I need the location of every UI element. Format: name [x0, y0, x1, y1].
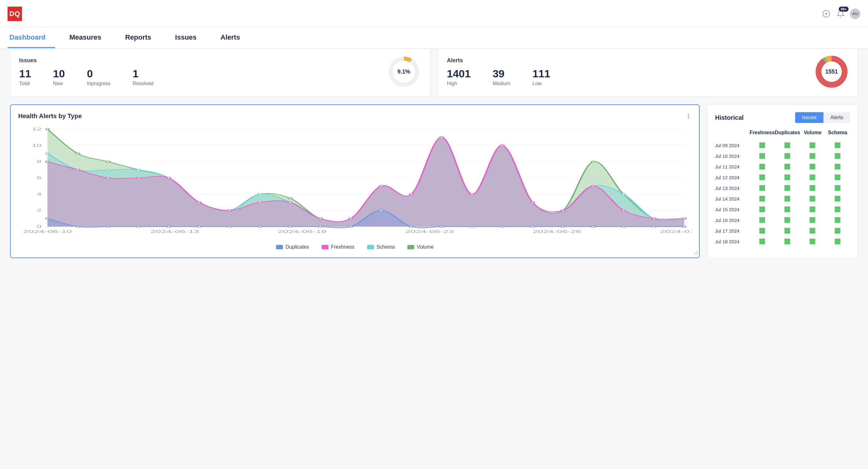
tab-issues[interactable]: Issues: [173, 28, 206, 48]
svg-point-81: [228, 210, 231, 211]
legend-swatch: [321, 245, 329, 249]
hist-date: Jul 18 2024: [715, 239, 750, 244]
svg-point-116: [622, 226, 626, 228]
svg-text:0: 0: [37, 225, 42, 229]
add-button[interactable]: [821, 8, 832, 19]
legend-freshness[interactable]: Freshness: [321, 244, 354, 250]
svg-point-49: [591, 161, 595, 163]
hist-cell: [800, 239, 825, 244]
svg-point-110: [440, 226, 443, 228]
svg-point-75: [45, 161, 49, 163]
svg-point-96: [682, 218, 686, 219]
svg-point-85: [349, 218, 353, 219]
status-square-icon: [784, 174, 790, 180]
app-header: DQ 99+ AU: [0, 0, 868, 28]
historical-card: Historical IssuesAlerts FreshnessDuplica…: [707, 105, 858, 258]
svg-point-103: [228, 226, 231, 228]
hist-cell: [750, 239, 775, 244]
hist-cell: [750, 217, 775, 223]
stat-low: 111Low: [533, 68, 551, 86]
legend-duplicates[interactable]: Duplicates: [276, 244, 309, 250]
svg-point-112: [501, 226, 504, 228]
hist-date: Jul 09 2024: [715, 143, 750, 148]
stat-value: 1401: [447, 68, 471, 79]
status-square-icon: [835, 142, 840, 148]
status-square-icon: [810, 228, 815, 234]
chart-legend: DuplicatesFreshnessSchemaVolume: [18, 244, 691, 250]
user-avatar[interactable]: AU: [850, 8, 861, 19]
svg-point-101: [167, 226, 171, 228]
alerts-title: Alerts: [447, 57, 814, 64]
hist-cell: [775, 174, 800, 180]
hist-row: Jul 18 2024: [715, 236, 850, 247]
legend-swatch: [276, 245, 283, 249]
svg-point-10: [688, 118, 689, 118]
hist-date: Jul 17 2024: [715, 228, 750, 234]
svg-text:2024-06-19: 2024-06-19: [278, 229, 327, 234]
toggle-alerts[interactable]: Alerts: [824, 112, 850, 123]
legend-label: Volume: [417, 244, 433, 250]
svg-text:8: 8: [37, 160, 42, 164]
hist-cell: [825, 207, 850, 212]
plus-circle-icon: [822, 10, 830, 18]
hist-row: Jul 14 2024: [715, 193, 850, 204]
svg-text:10: 10: [32, 143, 41, 147]
status-square-icon: [810, 185, 815, 191]
status-square-icon: [810, 239, 815, 244]
svg-text:2024-06-23: 2024-06-23: [405, 229, 454, 234]
hist-cell: [775, 228, 800, 234]
hist-date: Jul 15 2024: [715, 207, 750, 212]
issues-donut-value: 9.1%: [386, 54, 421, 89]
hist-cell: [800, 207, 825, 212]
svg-text:4: 4: [37, 192, 42, 196]
tab-reports[interactable]: Reports: [123, 28, 160, 48]
status-square-icon: [760, 228, 765, 234]
issues-donut: 9.1%: [386, 54, 421, 89]
notifications-button[interactable]: 99+: [835, 8, 846, 19]
svg-point-80: [197, 202, 201, 203]
hist-cell: [750, 174, 775, 180]
stat-label: New: [53, 81, 65, 86]
svg-point-87: [409, 193, 413, 195]
status-square-icon: [760, 142, 765, 148]
tab-measures[interactable]: Measures: [67, 28, 111, 48]
hist-row: Jul 12 2024: [715, 172, 850, 183]
stat-label: Medium: [493, 81, 510, 86]
status-square-icon: [784, 217, 790, 223]
hist-date: Jul 14 2024: [715, 196, 750, 202]
legend-swatch: [367, 245, 374, 249]
hist-cell: [750, 196, 775, 202]
hist-cell: [800, 228, 825, 234]
svg-point-91: [531, 202, 534, 203]
toggle-issues[interactable]: Issues: [795, 112, 824, 123]
svg-point-31: [45, 128, 49, 130]
tab-alerts[interactable]: Alerts: [219, 28, 249, 48]
status-square-icon: [760, 185, 765, 191]
chart-title: Health Alerts by Type: [18, 113, 685, 120]
svg-point-9: [688, 116, 689, 117]
tab-dashboard[interactable]: Dashboard: [7, 28, 55, 48]
svg-point-121: [696, 253, 697, 253]
svg-text:2024-06-26: 2024-06-26: [533, 229, 581, 234]
chart-menu-button[interactable]: [685, 113, 691, 119]
status-square-icon: [784, 164, 790, 170]
hist-cell: [750, 164, 775, 170]
hist-cell: [825, 217, 850, 223]
stat-value: 0: [87, 68, 111, 79]
status-square-icon: [784, 153, 790, 159]
hist-cell: [825, 174, 850, 180]
svg-point-97: [45, 218, 49, 219]
hist-col-schema: Schema: [825, 130, 850, 136]
legend-volume[interactable]: Volume: [407, 244, 433, 250]
status-square-icon: [835, 174, 840, 180]
hist-row: Jul 15 2024: [715, 204, 850, 215]
hist-cell: [775, 239, 800, 244]
nav-tabs: DashboardMeasuresReportsIssuesAlerts: [0, 28, 868, 49]
stat-value: 1: [132, 68, 154, 79]
resize-handle-icon[interactable]: [693, 251, 698, 256]
legend-schema[interactable]: Schema: [367, 244, 395, 250]
svg-point-32: [76, 153, 80, 154]
stat-value: 39: [493, 68, 510, 79]
hist-cell: [775, 217, 800, 223]
svg-point-115: [591, 226, 595, 228]
